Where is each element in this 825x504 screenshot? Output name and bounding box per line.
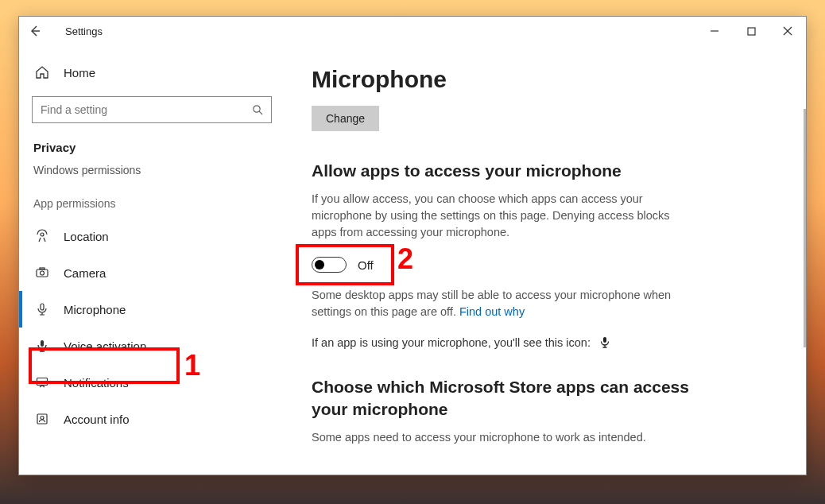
sidebar: Home Privacy Windows permissions App per… [19, 45, 285, 475]
microphone-indicator-icon [597, 336, 610, 350]
minimize-button[interactable] [696, 17, 733, 45]
close-button[interactable] [769, 17, 806, 45]
account-icon [35, 412, 54, 426]
maximize-button[interactable] [733, 17, 769, 45]
search-input[interactable] [41, 103, 252, 116]
camera-icon [35, 266, 54, 280]
content-area: Microphone Change Allow apps to access y… [285, 45, 806, 475]
scrollbar[interactable] [804, 109, 806, 347]
home-icon [35, 65, 54, 79]
toggle-state-label: Off [358, 258, 374, 272]
mic-in-use-note: If an app is using your microphone, you'… [312, 336, 779, 351]
group-app-permissions: App permissions [32, 197, 272, 210]
sidebar-item-label: Voice activation [64, 339, 146, 353]
search-box[interactable] [32, 96, 272, 123]
page-title: Microphone [312, 66, 779, 93]
voice-activation-icon [35, 339, 54, 353]
find-out-why-link[interactable]: Find out why [459, 305, 525, 318]
sidebar-item-account-info[interactable]: Account info [32, 401, 272, 437]
sidebar-item-label: Camera [64, 266, 106, 280]
app-title: Settings [65, 25, 103, 37]
svg-rect-9 [40, 268, 45, 269]
minimize-icon [710, 26, 719, 36]
svg-point-8 [41, 271, 45, 275]
sidebar-item-label: Microphone [64, 303, 126, 316]
annotation-label-2: 2 [397, 242, 413, 276]
sidebar-item-location[interactable]: Location [32, 218, 272, 254]
svg-rect-7 [37, 269, 48, 277]
home-nav[interactable]: Home [32, 56, 272, 88]
toggle-knob [315, 260, 324, 269]
allow-apps-description: If you allow access, you can choose whic… [312, 191, 677, 241]
sidebar-item-label: Account info [64, 413, 130, 426]
microphone-icon [35, 302, 54, 316]
svg-rect-12 [37, 378, 48, 386]
svg-rect-11 [41, 340, 44, 347]
store-apps-heading: Choose which Microsoft Store apps can ac… [312, 376, 693, 420]
svg-line-5 [259, 111, 262, 114]
close-icon [783, 26, 792, 36]
annotation-label-1: 1 [184, 349, 200, 382]
svg-point-14 [41, 417, 44, 420]
location-icon [35, 229, 54, 243]
home-label: Home [64, 66, 95, 79]
sidebar-item-label: Location [64, 230, 109, 243]
store-apps-description: Some apps need to access your microphone… [312, 429, 677, 446]
svg-rect-10 [41, 304, 44, 310]
change-button[interactable]: Change [312, 106, 379, 131]
svg-rect-15 [603, 337, 606, 343]
sidebar-item-label: Notifications [64, 376, 129, 390]
desktop-apps-note: Some desktop apps may still be able to a… [312, 287, 677, 320]
maximize-icon [747, 27, 756, 36]
sidebar-item-voice-activation[interactable]: Voice activation [32, 328, 272, 364]
settings-window: Settings Home [18, 16, 807, 475]
sidebar-item-notifications[interactable]: Notifications [32, 364, 272, 401]
svg-rect-1 [748, 28, 755, 35]
group-privacy: Privacy [32, 141, 272, 154]
svg-point-6 [41, 233, 44, 236]
sidebar-item-camera[interactable]: Camera [32, 254, 272, 291]
notifications-icon [35, 375, 54, 390]
search-icon [252, 104, 263, 115]
titlebar: Settings [19, 17, 806, 45]
sidebar-item-microphone[interactable]: Microphone [32, 291, 272, 328]
windows-permissions-link[interactable]: Windows permissions [32, 164, 272, 176]
arrow-left-icon [29, 25, 41, 37]
allow-apps-toggle[interactable] [312, 257, 347, 273]
svg-point-4 [254, 106, 260, 112]
back-button[interactable] [29, 25, 54, 37]
allow-apps-heading: Allow apps to access your microphone [312, 160, 693, 181]
